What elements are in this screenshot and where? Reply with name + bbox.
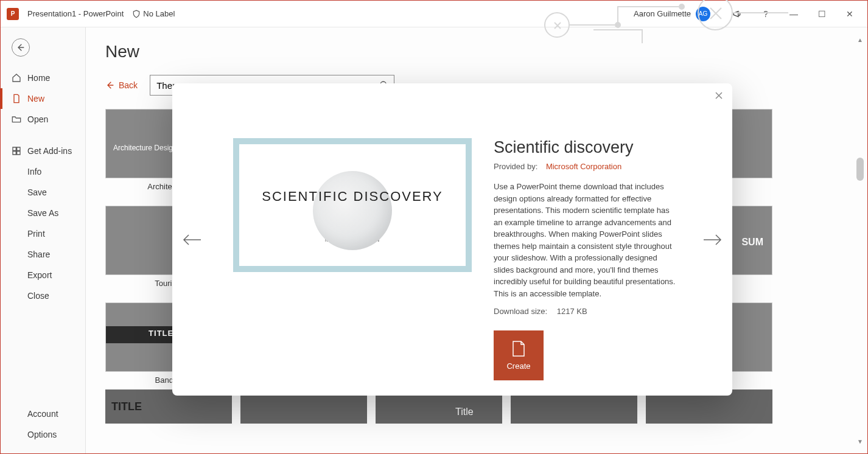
help-button[interactable]: ? bbox=[752, 1, 780, 27]
powerpoint-icon: P bbox=[7, 8, 19, 20]
home-icon bbox=[12, 73, 21, 83]
titlebar: P Presentation1 - PowerPoint No Label Aa… bbox=[1, 1, 867, 27]
maximize-button[interactable]: ☐ bbox=[808, 1, 836, 27]
sensitivity-label[interactable]: No Label bbox=[132, 9, 175, 18]
preview-title: SCIENTIFIC DISCOVERY bbox=[262, 189, 443, 204]
sidebar-item-info[interactable]: Info bbox=[1, 161, 85, 182]
sidebar-item-export[interactable]: Export bbox=[1, 265, 85, 285]
scroll-down-button[interactable]: ▼ bbox=[856, 438, 864, 445]
sidebar-item-label: Home bbox=[27, 73, 50, 83]
previous-template-button[interactable] bbox=[180, 228, 204, 252]
create-button-label: Create bbox=[506, 361, 530, 371]
sidebar-item-open[interactable]: Open bbox=[1, 109, 85, 130]
sidebar-item-get-addins[interactable]: Get Add-ins bbox=[1, 141, 85, 161]
document-title: Presentation1 - PowerPoint bbox=[27, 9, 124, 18]
scroll-up-button[interactable]: ▲ bbox=[856, 36, 864, 43]
page-title: New bbox=[102, 42, 852, 61]
download-size-label: Download size: bbox=[494, 307, 547, 316]
sidebar-item-share[interactable]: Share bbox=[1, 244, 85, 265]
create-button[interactable]: Create bbox=[494, 330, 544, 380]
coming-soon-button[interactable] bbox=[724, 1, 752, 27]
shield-icon bbox=[132, 10, 141, 18]
back-button[interactable] bbox=[12, 38, 30, 57]
arrow-left-icon bbox=[105, 80, 115, 90]
scroll-thumb[interactable] bbox=[856, 158, 864, 181]
app-window: P Presentation1 - PowerPoint No Label Aa… bbox=[0, 0, 868, 454]
provider-link[interactable]: Microsoft Corporation bbox=[546, 162, 621, 171]
sidebar-item-label: Open bbox=[27, 114, 48, 124]
arrow-right-icon bbox=[704, 234, 722, 246]
sidebar-item-account[interactable]: Account bbox=[1, 403, 85, 424]
provided-by-label: Provided by: bbox=[494, 162, 537, 171]
arrow-left-icon bbox=[16, 43, 26, 52]
sidebar-item-options[interactable]: Options bbox=[1, 424, 85, 445]
new-file-icon bbox=[512, 341, 525, 357]
template-title: Scientific discovery bbox=[494, 138, 677, 157]
preview-graphic bbox=[313, 171, 392, 250]
sidebar-item-save-as[interactable]: Save As bbox=[1, 203, 85, 223]
svg-point-2 bbox=[679, 4, 684, 9]
close-icon bbox=[715, 92, 723, 99]
addins-icon bbox=[12, 146, 21, 156]
sidebar-item-home[interactable]: Home bbox=[1, 68, 85, 88]
sidebar-item-new[interactable]: New bbox=[1, 88, 85, 109]
sidebar-item-save[interactable]: Save bbox=[1, 182, 85, 203]
user-avatar[interactable]: AG bbox=[696, 7, 710, 21]
scrollbar[interactable]: ▲ ▼ bbox=[856, 36, 864, 445]
new-file-icon bbox=[12, 94, 21, 103]
megaphone-icon bbox=[732, 9, 743, 19]
backstage-sidebar: Home New Open Get Add-ins Info Save Save… bbox=[1, 27, 86, 453]
download-size-value: 1217 KB bbox=[557, 307, 587, 316]
sensitivity-label-text: No Label bbox=[143, 9, 175, 18]
folder-open-icon bbox=[12, 114, 21, 124]
template-preview-image: SCIENTIFIC DISCOVERY MIRJAM NILSSON bbox=[233, 138, 472, 272]
svg-point-1 bbox=[615, 23, 620, 27]
next-template-button[interactable] bbox=[701, 228, 725, 252]
template-details: Scientific discovery Provided by: Micros… bbox=[494, 138, 677, 380]
back-link-label: Back bbox=[119, 80, 138, 90]
sidebar-item-print[interactable]: Print bbox=[1, 223, 85, 244]
sidebar-item-close[interactable]: Close bbox=[1, 285, 85, 306]
back-link[interactable]: Back bbox=[102, 80, 138, 90]
close-window-button[interactable]: ✕ bbox=[836, 1, 864, 27]
template-description: Use a PowerPoint theme download that inc… bbox=[494, 181, 677, 299]
close-dialog-button[interactable] bbox=[713, 89, 725, 102]
user-name[interactable]: Aaron Guilmette bbox=[634, 9, 691, 18]
minimize-button[interactable]: — bbox=[780, 1, 808, 27]
sidebar-item-label: New bbox=[27, 94, 44, 103]
template-preview-dialog: SCIENTIFIC DISCOVERY MIRJAM NILSSON Scie… bbox=[172, 83, 732, 396]
sidebar-item-label: Get Add-ins bbox=[27, 146, 72, 156]
arrow-left-icon bbox=[183, 234, 201, 246]
